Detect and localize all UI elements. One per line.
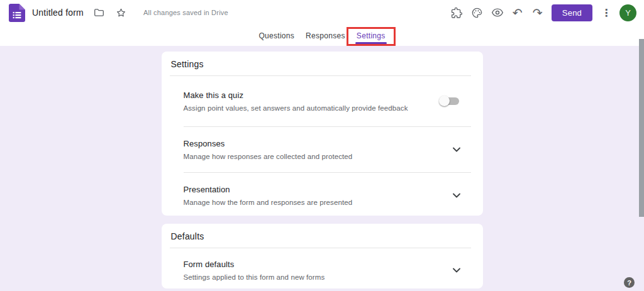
vertical-scrollbar[interactable] xyxy=(639,39,644,217)
defaults-card: Defaults Form defaults Settings applied … xyxy=(162,224,483,288)
chevron-down-icon[interactable] xyxy=(453,268,460,273)
star-icon xyxy=(115,7,127,19)
chevron-down-icon[interactable] xyxy=(453,147,460,152)
star-button[interactable] xyxy=(112,3,131,22)
active-tab-underline xyxy=(355,42,387,44)
presentation-settings-title: Presentation xyxy=(184,184,453,195)
folder-icon xyxy=(94,8,104,18)
responses-settings-title: Responses xyxy=(184,138,453,150)
tab-settings[interactable]: Settings xyxy=(351,25,391,46)
responses-settings-row[interactable]: Responses Manage how responses are colle… xyxy=(162,127,483,172)
tab-questions[interactable]: Questions xyxy=(253,25,300,46)
settings-card: Settings Make this a quiz Assign point v… xyxy=(162,52,483,216)
form-defaults-subtitle: Settings applied to this form and new fo… xyxy=(184,272,453,282)
customize-theme-button[interactable] xyxy=(467,3,487,23)
presentation-settings-subtitle: Manage how the form and responses are pr… xyxy=(184,197,453,207)
redo-button[interactable]: ↷ xyxy=(528,3,548,23)
send-button[interactable]: Send xyxy=(552,4,592,21)
presentation-settings-row[interactable]: Presentation Manage how the form and res… xyxy=(162,173,483,216)
kebab-menu-icon[interactable]: ⋮ xyxy=(599,7,614,19)
undo-icon: ↶ xyxy=(513,7,523,19)
preview-button[interactable] xyxy=(487,3,508,23)
puzzle-icon xyxy=(451,7,463,19)
form-defaults-row[interactable]: Form defaults Settings applied to this f… xyxy=(162,248,483,288)
account-avatar[interactable]: Y xyxy=(619,4,636,21)
move-to-folder-button[interactable] xyxy=(90,3,109,22)
settings-card-title: Settings xyxy=(162,52,483,75)
settings-page: Settings Make this a quiz Assign point v… xyxy=(0,46,644,291)
tab-responses[interactable]: Responses xyxy=(300,25,351,46)
make-quiz-title: Make this a quiz xyxy=(184,89,439,101)
redo-icon: ↷ xyxy=(533,7,543,19)
make-quiz-toggle[interactable] xyxy=(439,96,460,107)
make-quiz-row: Make this a quiz Assign point values, se… xyxy=(162,76,483,126)
defaults-card-title: Defaults xyxy=(162,224,483,248)
responses-settings-subtitle: Manage how responses are collected and p… xyxy=(184,151,453,162)
undo-button[interactable]: ↶ xyxy=(508,3,528,23)
chevron-down-icon[interactable] xyxy=(453,193,460,198)
eye-icon xyxy=(491,6,504,19)
help-button[interactable]: ? xyxy=(624,277,635,288)
form-title[interactable]: Untitled form xyxy=(32,8,84,18)
app-header: Untitled form All changes saved in Drive xyxy=(0,0,644,25)
form-tabbar: Questions Responses Settings xyxy=(0,25,644,46)
make-quiz-subtitle: Assign point values, set answers and aut… xyxy=(184,103,439,113)
save-status-text: All changes saved in Drive xyxy=(143,9,228,16)
palette-icon xyxy=(471,7,483,19)
add-ons-button[interactable] xyxy=(447,3,467,23)
google-forms-icon[interactable] xyxy=(9,4,25,22)
form-defaults-title: Form defaults xyxy=(184,258,453,270)
